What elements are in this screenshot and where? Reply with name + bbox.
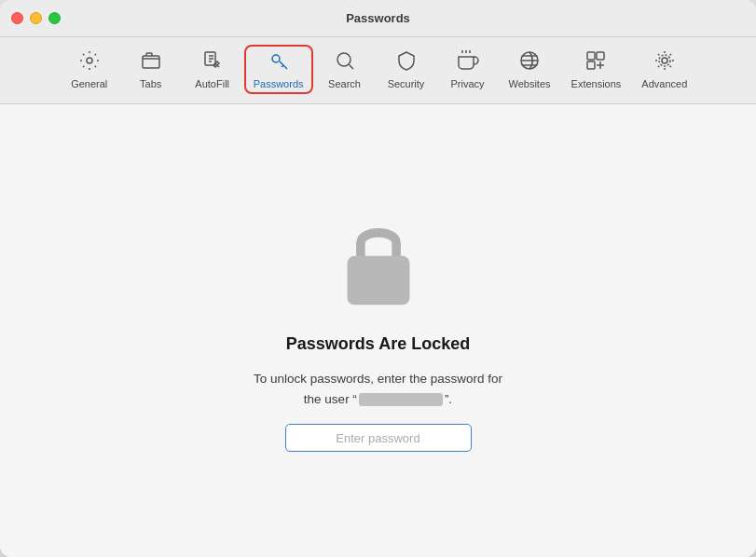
privacy-icon: [457, 49, 479, 75]
autofill-icon: [201, 49, 224, 75]
tab-tabs[interactable]: Tabs: [121, 45, 181, 94]
svg-rect-1: [143, 56, 159, 68]
tab-autofill[interactable]: AutoFill: [183, 45, 242, 94]
svg-point-0: [87, 58, 92, 63]
svg-point-4: [337, 53, 351, 66]
svg-point-12: [662, 58, 667, 63]
locked-desc-line2: the user “”.: [304, 392, 452, 406]
tab-security-label: Security: [388, 78, 425, 89]
security-icon: [395, 49, 418, 75]
tab-privacy-label: Privacy: [450, 78, 484, 89]
websites-icon: [518, 49, 541, 75]
svg-rect-11: [587, 61, 595, 69]
lock-icon-wrap: [332, 210, 425, 312]
search-icon: [334, 49, 356, 75]
svg-point-3: [272, 55, 280, 62]
locked-desc-line1: To unlock passwords, enter the password …: [254, 372, 502, 386]
tab-privacy[interactable]: Privacy: [438, 45, 498, 94]
app-window: Passwords General Tabs: [0, 0, 756, 557]
traffic-lights: [11, 12, 61, 24]
password-input[interactable]: [285, 424, 472, 452]
key-icon: [268, 49, 290, 75]
lock-icon: [332, 210, 425, 312]
tab-websites-label: Websites: [509, 78, 551, 89]
tab-passwords[interactable]: Passwords: [244, 45, 313, 94]
tab-search-label: Search: [328, 78, 361, 89]
locked-desc: To unlock passwords, enter the password …: [254, 369, 502, 409]
toolbar: General Tabs AutoFill: [0, 37, 756, 104]
close-button[interactable]: [11, 12, 23, 24]
tab-general-label: General: [71, 78, 107, 89]
redacted-username: [359, 393, 443, 406]
tab-websites[interactable]: Websites: [500, 45, 560, 94]
titlebar: Passwords: [0, 0, 756, 37]
extensions-icon: [584, 49, 607, 75]
tab-autofill-label: AutoFill: [195, 78, 229, 89]
advanced-icon: [653, 49, 676, 75]
locked-title: Passwords Are Locked: [286, 334, 470, 354]
maximize-button[interactable]: [48, 12, 61, 24]
svg-rect-9: [587, 52, 595, 60]
tab-search[interactable]: Search: [315, 45, 375, 94]
window-title: Passwords: [346, 11, 410, 25]
gear-icon: [78, 49, 101, 75]
tab-advanced-label: Advanced: [641, 78, 687, 89]
tab-tabs-label: Tabs: [140, 78, 161, 89]
main-content: Passwords Are Locked To unlock passwords…: [0, 104, 756, 557]
tab-advanced[interactable]: Advanced: [632, 45, 696, 94]
tabs-icon: [140, 49, 162, 75]
tab-extensions-label: Extensions: [571, 78, 622, 89]
svg-point-13: [659, 55, 670, 66]
svg-rect-10: [597, 52, 604, 60]
minimize-button[interactable]: [30, 12, 42, 24]
tab-security[interactable]: Security: [377, 45, 436, 94]
tab-extensions[interactable]: Extensions: [562, 45, 631, 94]
tab-general[interactable]: General: [60, 45, 119, 94]
svg-rect-14: [347, 256, 409, 306]
tab-passwords-label: Passwords: [254, 78, 304, 89]
